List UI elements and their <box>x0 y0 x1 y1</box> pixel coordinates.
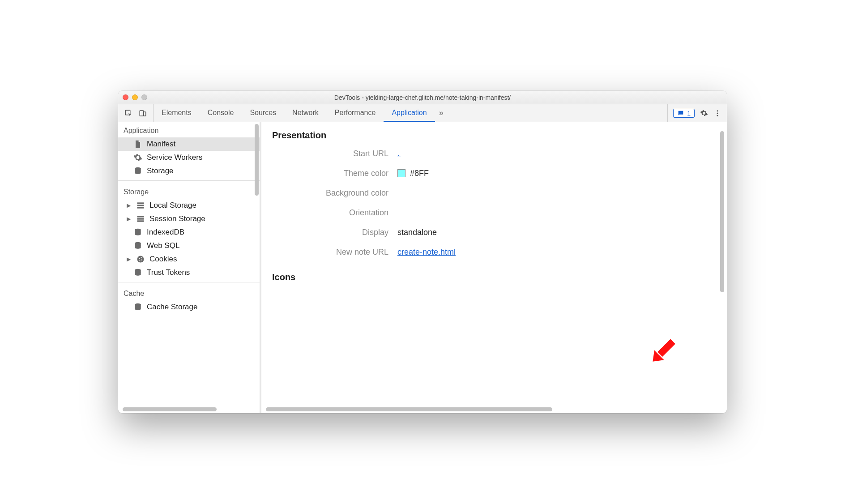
devtools-tabstrip: Elements Console Sources Network Perform… <box>118 104 727 122</box>
tab-performance[interactable]: Performance <box>327 104 384 122</box>
svg-rect-12 <box>137 220 144 222</box>
icons-heading: Icons <box>272 272 716 282</box>
svg-point-17 <box>141 257 142 258</box>
device-toolbar-icon[interactable] <box>139 109 147 117</box>
sidebar-item-label: Cache Storage <box>147 303 197 312</box>
svg-rect-10 <box>137 216 144 217</box>
sidebar-item-indexeddb[interactable]: IndexedDB <box>118 226 260 239</box>
label-background-color: Background color <box>272 188 397 198</box>
display-value: standalone <box>397 228 437 237</box>
presentation-heading: Presentation <box>272 130 716 141</box>
application-sidebar: Application Manifest Service Workers <box>118 122 261 413</box>
svg-point-18 <box>141 260 142 261</box>
tab-console[interactable]: Console <box>200 104 242 122</box>
tab-application[interactable]: Application <box>384 104 435 122</box>
theme-color-value: #8FF <box>410 169 429 178</box>
sidebar-item-label: Cookies <box>149 255 177 264</box>
svg-rect-2 <box>144 112 146 116</box>
more-tabs-icon[interactable]: » <box>435 104 448 122</box>
chevron-right-icon: ▶ <box>125 256 132 262</box>
sidebar-item-storage[interactable]: Storage <box>118 164 260 178</box>
sidebar-scrollbar[interactable] <box>255 124 259 196</box>
cookie-icon <box>136 255 145 264</box>
sidebar-item-manifest[interactable]: Manifest <box>118 137 260 151</box>
zoom-window-button[interactable] <box>141 94 147 100</box>
sidebar-item-trust-tokens[interactable]: Trust Tokens <box>118 266 260 279</box>
database-icon <box>133 228 142 237</box>
database-icon <box>133 241 142 250</box>
label-orientation: Orientation <box>272 208 397 218</box>
start-url-link[interactable]: . <box>397 149 401 158</box>
sidebar-item-label: Session Storage <box>149 214 205 223</box>
sidebar-item-label: Storage <box>147 167 174 175</box>
minimize-window-button[interactable] <box>132 94 138 100</box>
sidebar-item-service-workers[interactable]: Service Workers <box>118 151 260 164</box>
chevron-right-icon: ▶ <box>125 202 132 209</box>
inspect-element-icon[interactable] <box>124 109 132 117</box>
sidebar-heading-cache: Cache <box>118 285 260 300</box>
window-controls <box>123 94 147 100</box>
tab-network[interactable]: Network <box>284 104 327 122</box>
row-start-url: Start URL . <box>272 149 716 158</box>
sidebar-item-label: Trust Tokens <box>147 268 190 277</box>
sidebar-item-cache-storage[interactable]: Cache Storage <box>118 300 260 314</box>
devtools-window: DevTools - yielding-large-chef.glitch.me… <box>118 91 727 413</box>
svg-rect-7 <box>137 202 144 204</box>
label-start-url: Start URL <box>272 149 397 158</box>
database-icon <box>133 303 142 312</box>
sidebar-item-label: IndexedDB <box>147 228 184 237</box>
tab-sources[interactable]: Sources <box>242 104 284 122</box>
panel-horizontal-scrollbar[interactable] <box>266 407 552 411</box>
sidebar-item-label: Local Storage <box>149 201 196 210</box>
settings-icon[interactable] <box>700 109 708 117</box>
theme-color-swatch <box>397 169 405 177</box>
sidebar-item-web-sql[interactable]: Web SQL <box>118 239 260 252</box>
svg-rect-1 <box>140 111 143 116</box>
sidebar-item-cookies[interactable]: ▶ Cookies <box>118 252 260 266</box>
row-new-note-url: New note URL create-note.html <box>272 247 716 257</box>
sidebar-horizontal-scrollbar[interactable] <box>123 407 217 411</box>
svg-point-3 <box>717 110 718 111</box>
console-messages-badge[interactable]: 1 <box>673 109 695 118</box>
kebab-menu-icon[interactable] <box>713 109 721 117</box>
new-note-url-link[interactable]: create-note.html <box>397 248 456 257</box>
main-split: Application Manifest Service Workers <box>118 122 727 413</box>
sidebar-item-local-storage[interactable]: ▶ Local Storage <box>118 199 260 212</box>
console-messages-count: 1 <box>687 110 691 117</box>
svg-point-4 <box>717 112 718 114</box>
table-icon <box>136 201 145 210</box>
sidebar-item-label: Service Workers <box>147 153 202 162</box>
gear-icon <box>133 153 142 162</box>
row-background-color: Background color <box>272 188 716 198</box>
svg-rect-11 <box>137 218 144 219</box>
sidebar-item-label: Web SQL <box>147 241 179 250</box>
table-icon <box>136 214 145 223</box>
sidebar-heading-application: Application <box>118 122 260 137</box>
svg-point-15 <box>137 256 144 263</box>
chevron-right-icon: ▶ <box>125 216 132 222</box>
manifest-panel: Presentation Start URL . Theme color #8F… <box>261 122 727 413</box>
row-theme-color: Theme color #8FF <box>272 168 716 178</box>
label-new-note-url: New note URL <box>272 248 397 257</box>
svg-point-16 <box>139 258 140 259</box>
sidebar-item-session-storage[interactable]: ▶ Session Storage <box>118 212 260 226</box>
file-icon <box>133 140 142 149</box>
row-display: Display standalone <box>272 227 716 237</box>
svg-rect-9 <box>137 207 144 208</box>
label-theme-color: Theme color <box>272 169 397 178</box>
titlebar: DevTools - yielding-large-chef.glitch.me… <box>118 91 727 104</box>
row-orientation: Orientation <box>272 208 716 218</box>
label-display: Display <box>272 228 397 237</box>
svg-rect-8 <box>137 205 144 206</box>
window-title: DevTools - yielding-large-chef.glitch.me… <box>118 94 727 101</box>
panel-scrollbar[interactable] <box>720 131 724 292</box>
database-icon <box>133 268 142 277</box>
database-icon <box>133 167 142 175</box>
svg-point-5 <box>717 115 718 116</box>
svg-point-19 <box>139 260 140 261</box>
close-window-button[interactable] <box>123 94 128 100</box>
tab-elements[interactable]: Elements <box>154 104 200 122</box>
sidebar-item-label: Manifest <box>147 140 175 149</box>
sidebar-heading-storage: Storage <box>118 184 260 199</box>
